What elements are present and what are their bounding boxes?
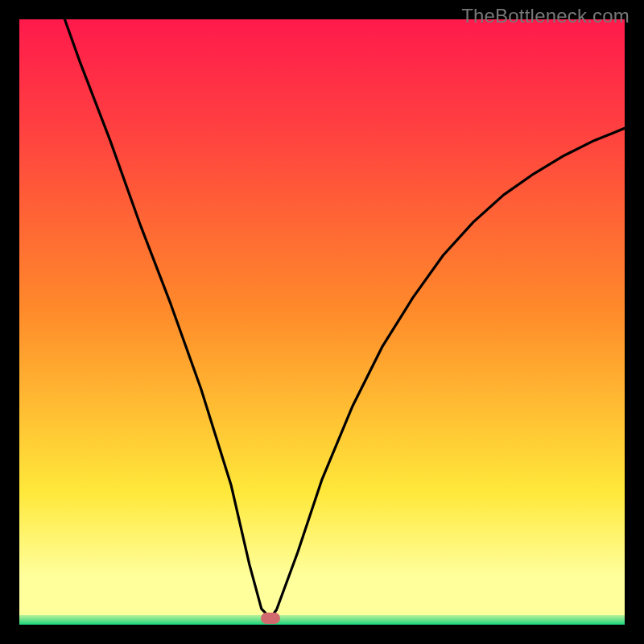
watermark-text: TheBottleneck.com (461, 5, 630, 27)
plot-area (19, 19, 625, 625)
optimal-marker (261, 613, 280, 624)
curve-layer (19, 19, 625, 625)
chart-canvas: TheBottleneck.com (0, 0, 644, 644)
bottleneck-curve-path (64, 19, 625, 618)
